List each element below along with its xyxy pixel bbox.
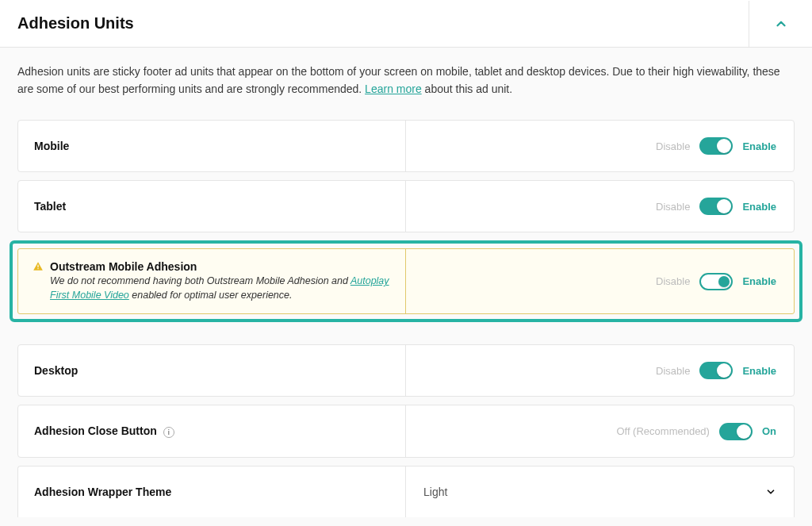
row-label-cell: Desktop	[18, 345, 406, 396]
panel-description: Adhesion units are sticky footer ad unit…	[0, 48, 812, 120]
info-icon[interactable]: i	[163, 427, 174, 438]
enable-label: Enable	[742, 140, 776, 152]
toggle-group: Disable Enable	[656, 137, 776, 155]
row-label-cell: Adhesion Wrapper Theme	[18, 466, 406, 517]
disable-label: Disable	[656, 201, 690, 213]
toggle-group: Off (Recommended) On	[616, 423, 776, 440]
row-control-cell: Disable Enable	[406, 121, 794, 171]
svg-rect-1	[37, 268, 38, 269]
close-button-label-text: Adhesion Close Button	[34, 424, 157, 437]
tablet-label: Tablet	[34, 200, 389, 213]
row-close-button: Adhesion Close Button i Off (Recommended…	[17, 405, 795, 457]
panel-header: Adhesion Units	[0, 0, 812, 48]
wrapper-theme-label: Adhesion Wrapper Theme	[34, 486, 389, 498]
warning-description: We do not recommend having both Outstrea…	[33, 275, 389, 302]
adhesion-units-panel: Adhesion Units Adhesion units are sticky…	[0, 0, 812, 517]
off-label: Off (Recommended)	[616, 425, 710, 437]
warning-text-before: We do not recommend having both Outstrea…	[50, 275, 350, 286]
toggle-group: Disable Enable	[656, 362, 776, 379]
toggle-group: Disable Enable	[656, 273, 776, 290]
row-control-cell: Disable Enable	[406, 345, 794, 396]
warning-text-after: enabled for optimal user experience.	[129, 290, 293, 301]
toggle-knob	[717, 199, 731, 213]
row-label-cell: Adhesion Close Button i	[18, 405, 406, 456]
disable-label: Disable	[656, 140, 690, 152]
close-button-toggle[interactable]	[719, 423, 753, 440]
disable-label: Disable	[656, 275, 690, 287]
disable-label: Disable	[656, 365, 690, 377]
toggle-knob	[737, 424, 751, 439]
enable-label: Enable	[742, 365, 776, 377]
toggle-knob	[717, 139, 731, 153]
desktop-toggle[interactable]	[699, 362, 733, 379]
toggle-knob	[717, 363, 731, 378]
description-text-after: about this ad unit.	[422, 83, 512, 95]
tablet-toggle[interactable]	[699, 198, 733, 215]
desktop-label: Desktop	[34, 364, 389, 377]
settings-section-2: Desktop Disable Enable Adhesion Close Bu…	[17, 344, 795, 516]
collapse-toggle[interactable]	[749, 1, 812, 47]
svg-rect-0	[37, 265, 38, 268]
wrapper-theme-select[interactable]: Light	[406, 466, 794, 517]
outstream-label: Outstream Mobile Adhesion	[50, 260, 197, 273]
row-control-cell: Off (Recommended) On	[406, 405, 794, 456]
row-outstream-highlight: Outstream Mobile Adhesion We do not reco…	[10, 240, 802, 322]
warning-icon	[33, 261, 44, 272]
row-wrapper-theme: Adhesion Wrapper Theme Light	[17, 466, 795, 517]
outstream-toggle[interactable]	[699, 273, 733, 290]
row-tablet: Tablet Disable Enable	[17, 180, 795, 232]
enable-label: Enable	[742, 275, 776, 287]
row-label-cell: Outstream Mobile Adhesion We do not reco…	[18, 249, 406, 313]
row-control-cell: Disable Enable	[406, 249, 794, 313]
learn-more-link[interactable]: Learn more	[365, 83, 422, 95]
row-label-cell: Tablet	[18, 181, 406, 232]
mobile-label: Mobile	[34, 140, 389, 152]
settings-section: Mobile Disable Enable Tablet Disable Ena…	[17, 120, 795, 232]
chevron-down-icon	[765, 486, 776, 497]
select-value: Light	[423, 486, 447, 498]
row-control-cell: Disable Enable	[406, 181, 794, 232]
close-button-label: Adhesion Close Button i	[34, 424, 389, 437]
toggle-knob	[718, 276, 730, 287]
row-desktop: Desktop Disable Enable	[17, 344, 795, 397]
warning-header: Outstream Mobile Adhesion	[33, 260, 389, 273]
row-mobile: Mobile Disable Enable	[17, 120, 795, 172]
row-label-cell: Mobile	[18, 121, 406, 171]
toggle-group: Disable Enable	[656, 198, 776, 215]
on-label: On	[762, 425, 776, 437]
panel-title: Adhesion Units	[0, 0, 151, 47]
chevron-up-icon	[774, 17, 788, 31]
enable-label: Enable	[742, 201, 776, 213]
row-outstream: Outstream Mobile Adhesion We do not reco…	[17, 248, 795, 314]
mobile-toggle[interactable]	[699, 137, 733, 155]
